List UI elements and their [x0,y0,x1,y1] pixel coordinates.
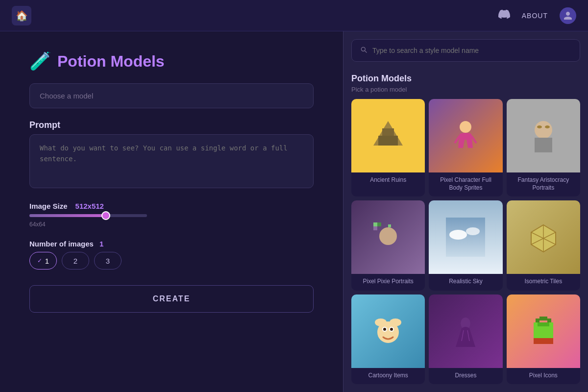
svg-rect-32 [536,318,539,322]
model-thumbnail [429,99,502,172]
svg-rect-34 [547,318,551,322]
model-thumbnail [429,200,502,274]
svg-point-9 [545,125,550,128]
svg-point-26 [390,328,393,331]
num-btn-3-label: 3 [106,257,110,265]
model-name: Pixel Character Full Body Sprites [429,172,502,196]
slider-fill [29,214,106,217]
slider-thumb[interactable] [101,211,110,220]
num-btn-2[interactable]: 2 [62,252,89,270]
about-link[interactable]: ABOUT [522,12,548,20]
svg-point-17 [466,227,480,235]
num-images-row: Number of images 1 [29,240,314,248]
svg-rect-1 [378,136,398,146]
model-placeholder: Choose a model [40,92,93,100]
svg-point-25 [383,328,386,331]
svg-point-27 [375,318,387,326]
num-btn-3[interactable]: 3 [94,252,122,270]
image-size-label: Image Size [29,202,68,210]
svg-point-16 [449,230,467,240]
slider-track[interactable] [29,214,147,217]
image-size-row: Image Size 512x512 [29,202,314,210]
slider-container [29,214,314,217]
model-name: Realistic Sky [429,274,502,290]
model-item[interactable]: Ancient Ruins [351,99,425,196]
nav-right: ABOUT [498,7,576,24]
model-item[interactable]: Realistic Sky [429,200,502,290]
model-name: Pixel Pixie Portraits [351,274,425,290]
model-thumbnail [351,294,425,368]
model-name: Fantasy Aristocracy Portraits [507,172,580,196]
svg-rect-14 [373,226,377,230]
model-thumbnail [429,294,502,368]
svg-rect-33 [539,317,547,320]
num-images-section: Number of images 1 ✓ 1 2 3 [29,240,314,270]
svg-rect-13 [388,224,391,227]
prompt-input[interactable] [29,134,314,188]
svg-rect-2 [382,128,394,136]
model-name: Cartoony Items [351,368,425,384]
num-btn-2-label: 2 [74,257,77,265]
num-images-value: 1 [99,240,103,248]
prompt-label: Prompt [29,120,314,130]
model-thumbnail [507,99,580,172]
discord-icon[interactable] [498,8,510,23]
model-item[interactable]: Pixel Pixie Portraits [351,200,425,290]
model-item[interactable]: Pixel Icons [507,294,580,384]
model-item[interactable]: Dresses [429,294,502,384]
model-select[interactable]: Choose a model [29,83,314,108]
create-button[interactable]: CREATE [29,285,314,313]
svg-rect-7 [535,138,552,152]
model-name: Pixel Icons [507,368,580,384]
model-thumbnail [507,200,580,274]
svg-point-6 [535,121,552,139]
page-title-row: 🧪 Potion Models [29,51,314,72]
model-name: Ancient Ruins [351,172,425,188]
svg-point-3 [460,121,471,133]
model-name: Isometric Tiles [507,274,580,290]
search-icon [360,46,368,55]
model-item[interactable]: Isometric Tiles [507,200,580,290]
svg-rect-12 [377,222,381,226]
user-avatar[interactable] [560,7,576,24]
model-item[interactable]: Cartoony Items [351,294,425,384]
svg-rect-11 [373,222,377,226]
svg-rect-37 [534,338,553,344]
models-grid: Ancient Ruins Pixel Character Full Body … [343,99,588,392]
panel-title: Potion Models [343,70,588,86]
check-icon: ✓ [37,257,42,264]
logo-icon: 🏠 [16,10,28,22]
left-panel: 🧪 Potion Models Choose a model Prompt Im… [0,31,343,392]
navbar: 🏠 ABOUT [0,0,588,31]
slider-min-label: 64x64 [29,221,314,228]
search-input[interactable] [372,47,572,54]
page-title: Potion Models [57,52,165,71]
svg-rect-36 [538,322,549,326]
model-name: Dresses [429,368,502,384]
logo[interactable]: 🏠 [12,6,31,25]
svg-point-8 [537,125,542,128]
num-btn-1-label: 1 [45,257,49,265]
model-item[interactable]: Fantasy Aristocracy Portraits [507,99,580,196]
potion-icon: 🧪 [29,51,51,72]
panel-subtitle: Pick a potion model [343,86,588,99]
image-size-section: Image Size 512x512 64x64 [29,202,314,228]
model-thumbnail [507,294,580,368]
model-thumbnail [351,200,425,274]
num-btn-1[interactable]: ✓ 1 [29,252,57,270]
right-panel: Potion Models Pick a potion model Ancien… [343,31,588,392]
image-size-value: 512x512 [75,202,104,210]
svg-point-10 [379,227,397,245]
model-thumbnail [351,99,425,172]
model-item[interactable]: Pixel Character Full Body Sprites [429,99,502,196]
main-content: 🧪 Potion Models Choose a model Prompt Im… [0,31,588,392]
num-images-label: Number of images [29,240,94,248]
svg-point-28 [390,318,401,326]
prompt-section: Prompt [29,120,314,190]
num-image-buttons: ✓ 1 2 3 [29,252,314,270]
search-box [351,39,580,62]
